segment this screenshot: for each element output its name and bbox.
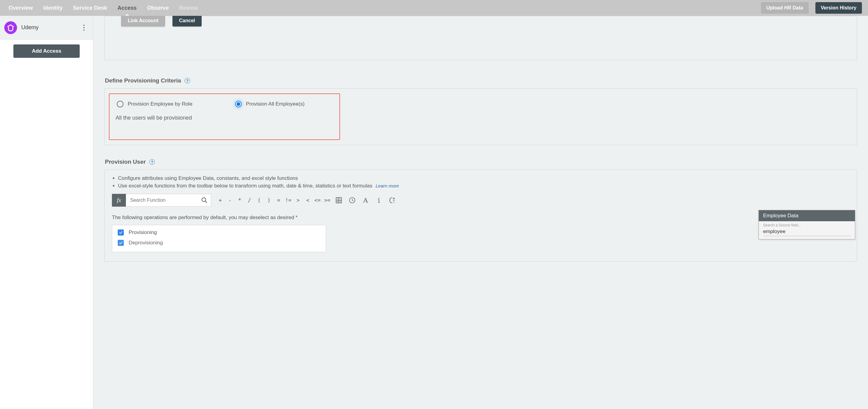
op-plus[interactable]: +: [216, 194, 225, 207]
tab-observe[interactable]: Observe: [147, 5, 169, 11]
logic-category-icon[interactable]: [386, 194, 399, 207]
provision-bullet-2: Use excel-style functions from the toolb…: [118, 182, 849, 190]
criteria-highlight-box: Provision Employee by Role Provision All…: [109, 93, 340, 140]
date-time-category-icon[interactable]: [346, 194, 359, 207]
operations-note: The following operations are performed b…: [112, 214, 849, 221]
sidebar-app-header: Udemy: [0, 16, 93, 39]
radio-by-role-label: Provision Employee by Role: [128, 101, 192, 107]
radio-all-label: Provision All Employee(s): [246, 101, 305, 107]
add-access-button[interactable]: Add Access: [13, 45, 80, 58]
app-logo-icon: [4, 21, 17, 34]
provision-heading-row: Provision User ?: [105, 158, 857, 165]
app-menu-button[interactable]: [80, 25, 88, 31]
op-gte[interactable]: >=: [323, 194, 332, 207]
criteria-panel: Provision Employee by Role Provision All…: [104, 88, 857, 145]
math-category-icon[interactable]: [333, 194, 345, 207]
op-minus[interactable]: -: [225, 194, 235, 207]
op-not-equals[interactable]: !=: [284, 194, 293, 207]
tab-overview[interactable]: Overview: [8, 5, 33, 11]
upload-hr-data-button[interactable]: Upload HR Data: [761, 2, 809, 14]
op-rparen[interactable]: ): [264, 194, 273, 207]
tab-access-label: Access: [117, 5, 136, 11]
svg-point-25: [393, 202, 394, 202]
tab-review[interactable]: Review: [179, 5, 198, 11]
checkbox-provisioning[interactable]: Provisioning: [118, 230, 320, 236]
sidebar-app-name: Udemy: [21, 24, 76, 31]
fx-badge-icon: fx: [112, 194, 126, 207]
employee-data-panel[interactable]: Employee Data Search a Source field...: [758, 210, 855, 239]
svg-line-14: [352, 200, 353, 201]
provision-bullets: Configure attributes using Employee Data…: [112, 175, 849, 189]
tab-access[interactable]: Access: [117, 5, 136, 11]
op-equals[interactable]: =: [274, 194, 283, 207]
op-lte[interactable]: <=: [313, 194, 322, 207]
info-category-icon[interactable]: [373, 194, 385, 207]
top-nav-tabs: Overview Identity Service Desk Access Ob…: [8, 5, 198, 11]
criteria-heading: Define Provisioning Criteria: [105, 77, 181, 84]
sidebar: Udemy Add Access: [0, 16, 93, 409]
criteria-heading-row: Define Provisioning Criteria ?: [105, 77, 857, 84]
svg-line-1: [205, 201, 207, 203]
op-multiply[interactable]: *: [235, 194, 244, 207]
tab-service-desk[interactable]: Service Desk: [73, 5, 107, 11]
op-gt[interactable]: >: [293, 194, 303, 207]
op-lparen[interactable]: (: [254, 194, 264, 207]
checkbox-deprovisioning[interactable]: Deprovisioning: [118, 240, 320, 246]
function-search[interactable]: [126, 194, 211, 207]
svg-point-15: [378, 198, 379, 199]
provision-bullet-1: Configure attributes using Employee Data…: [118, 175, 849, 182]
svg-point-26: [394, 202, 395, 202]
svg-point-19: [390, 199, 391, 199]
function-search-input[interactable]: [130, 198, 201, 203]
svg-point-21: [391, 202, 391, 203]
version-history-button[interactable]: Version History: [815, 2, 862, 14]
link-account-panel: Link Account Cancel: [104, 16, 857, 60]
search-icon: [201, 197, 208, 204]
text-category-icon[interactable]: A: [359, 194, 372, 207]
checkbox-deprovisioning-label: Deprovisioning: [129, 240, 163, 246]
employee-data-title: Employee Data: [759, 210, 855, 221]
op-divide[interactable]: /: [245, 194, 254, 207]
help-icon[interactable]: ?: [149, 159, 155, 165]
svg-point-0: [202, 198, 206, 202]
learn-more-link[interactable]: Learn more: [376, 183, 399, 188]
radio-selected-icon: [235, 101, 242, 108]
provision-heading: Provision User: [105, 158, 146, 165]
checkbox-checked-icon: [118, 240, 124, 246]
checkbox-checked-icon: [118, 230, 124, 236]
main-content[interactable]: Link Account Cancel Define Provisioning …: [93, 16, 868, 409]
cancel-button[interactable]: Cancel: [173, 16, 202, 27]
checkbox-provisioning-label: Provisioning: [129, 230, 157, 236]
help-icon[interactable]: ?: [185, 78, 190, 83]
operator-strip: + - * / ( ) = != > < <= >=: [213, 194, 401, 207]
employee-search-input[interactable]: [763, 228, 851, 236]
criteria-result-message: All the users will be provisioned: [114, 115, 335, 121]
employee-search-label: Search a Source field...: [763, 223, 851, 227]
radio-provision-by-role[interactable]: Provision Employee by Role: [117, 101, 192, 108]
op-lt[interactable]: <: [303, 194, 312, 207]
link-account-button[interactable]: Link Account: [121, 16, 165, 27]
svg-point-20: [390, 201, 390, 201]
function-toolbar: fx + - * / ( ) = != > < <= >=: [112, 194, 849, 207]
tab-identity[interactable]: Identity: [43, 5, 63, 11]
radio-provision-all[interactable]: Provision All Employee(s): [235, 101, 305, 108]
provision-panel: Configure attributes using Employee Data…: [104, 170, 857, 262]
radio-unselected-icon: [117, 101, 123, 108]
operations-box: Provisioning Deprovisioning: [112, 225, 326, 252]
top-nav: Overview Identity Service Desk Access Ob…: [0, 0, 868, 16]
